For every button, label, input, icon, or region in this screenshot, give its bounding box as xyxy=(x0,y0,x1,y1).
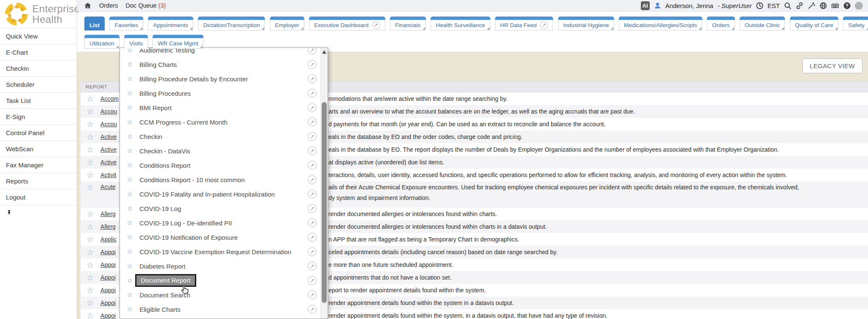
dropdown-item[interactable]: ☆ COVID-19 Fatality and In-patient Hospi… xyxy=(120,187,328,201)
report-link[interactable]: Active xyxy=(100,133,117,140)
dropdown-item[interactable]: ☆ COVID-19 Notification of Exposure ↗ xyxy=(120,230,328,244)
open-in-new-icon[interactable]: ↗ xyxy=(308,219,317,227)
report-link[interactable]: Accom xyxy=(100,95,119,102)
tab-medications-allergies-scripts[interactable]: Medications/Allergies/Scripts xyxy=(619,20,702,31)
dropdown-item[interactable]: ☆ Diabetes Report ↗ xyxy=(120,259,328,273)
favorite-star-icon[interactable]: ☆ xyxy=(86,171,94,179)
favorite-star-icon[interactable]: ☆ xyxy=(86,146,94,154)
favorite-star-icon[interactable]: ☆ xyxy=(86,158,94,166)
favorite-star-icon[interactable]: ☆ xyxy=(127,104,134,111)
favorite-star-icon[interactable]: ☆ xyxy=(127,205,134,212)
report-link[interactable]: Appoi xyxy=(100,249,116,255)
tab-list[interactable]: List xyxy=(84,20,105,31)
tab-safety[interactable]: Safety xyxy=(843,20,868,31)
open-in-new-icon[interactable]: ↗ xyxy=(308,89,317,98)
sidebar-item-fax-manager[interactable]: Fax Manager xyxy=(0,157,77,173)
open-in-new-icon[interactable]: ↗ xyxy=(308,262,317,271)
sidebar-item-reports[interactable]: Reports xyxy=(0,173,77,189)
tab-financials[interactable]: Financials xyxy=(390,20,426,31)
ai-badge[interactable]: AI xyxy=(641,1,650,10)
favorite-star-icon[interactable]: ☆ xyxy=(127,119,134,125)
favorite-star-icon[interactable]: ☆ xyxy=(86,133,94,141)
dropdown-item[interactable]: ☆ Audiometric Testing ↗ xyxy=(120,47,328,57)
sidebar-item-webscan[interactable]: WebScan xyxy=(0,141,77,157)
tab-hr-data-feed[interactable]: HR Data Feed↗ xyxy=(495,20,553,31)
report-link[interactable]: Allerg xyxy=(100,223,116,230)
sidebar-item-scheduler[interactable]: Scheduler xyxy=(0,76,77,92)
sidebar-item-checkin[interactable]: Checkin xyxy=(0,60,77,76)
favorite-star-icon[interactable]: ☆ xyxy=(86,286,94,294)
favorite-star-icon[interactable]: ☆ xyxy=(86,248,94,256)
dropdown-item[interactable]: ☆ CCM Progress - Current Month ↗ xyxy=(120,115,328,129)
open-in-new-icon[interactable]: ↗ xyxy=(308,291,317,300)
open-in-new-icon[interactable]: ↗ xyxy=(308,132,317,141)
report-link[interactable]: Applic xyxy=(100,236,117,243)
dropdown-item[interactable]: ☆ Document Search ↗ xyxy=(120,288,328,302)
report-link[interactable]: Appoi xyxy=(100,261,116,268)
favorite-star-icon[interactable]: ☆ xyxy=(86,274,94,282)
link-icon[interactable] xyxy=(796,2,804,10)
favorite-star-icon[interactable]: ☆ xyxy=(86,223,94,231)
favorite-star-icon[interactable]: ☆ xyxy=(86,108,94,116)
report-link[interactable]: Active xyxy=(100,146,117,153)
highlighted-item-label[interactable]: Document Report xyxy=(135,274,196,287)
dropdown-item[interactable]: ☆ Eligible Charts ↗ xyxy=(120,302,328,316)
report-link[interactable]: Accou xyxy=(100,108,117,115)
tab-quality-of-care[interactable]: Quality of Care xyxy=(790,20,838,31)
tab-industrial-hygiene[interactable]: Industrial Hygiene xyxy=(558,20,614,31)
report-link[interactable]: Allerg xyxy=(100,211,116,217)
favorite-star-icon[interactable]: ☆ xyxy=(86,312,94,319)
sidebar-item-logout[interactable]: Logout xyxy=(0,189,77,205)
magic-wand-icon[interactable] xyxy=(807,2,815,10)
open-in-new-icon[interactable]: ↗ xyxy=(308,75,317,83)
dropdown-item[interactable]: ☆ Conditions Report ↗ xyxy=(120,158,328,172)
favorite-star-icon[interactable]: ☆ xyxy=(86,95,94,103)
open-in-new-icon[interactable]: ↗ xyxy=(308,147,317,155)
sidebar-item-task-list[interactable]: Task List xyxy=(0,92,77,108)
favorite-star-icon[interactable]: ☆ xyxy=(86,120,94,128)
search-icon[interactable] xyxy=(784,2,792,10)
tab-orders[interactable]: Orders xyxy=(707,20,734,31)
open-in-new-icon[interactable]: ↗ xyxy=(308,247,317,256)
favorite-star-icon[interactable]: ☆ xyxy=(127,263,134,269)
favorite-star-icon[interactable]: ☆ xyxy=(86,299,94,307)
dropdown-item[interactable]: ☆ COVID-19 Log ↗ xyxy=(120,201,328,216)
dropdown-item[interactable]: ☆ Checkin - DataVis ↗ xyxy=(120,144,328,158)
open-in-new-icon[interactable]: ↗ xyxy=(308,190,317,199)
open-in-new-icon[interactable]: ↗ xyxy=(308,60,317,69)
tab-wr-case-mgmt[interactable]: WR Case Mgmt xyxy=(153,38,203,49)
presence-dot-icon[interactable] xyxy=(855,2,863,10)
report-link[interactable]: Acute xyxy=(100,183,116,190)
dropdown-item[interactable]: ☆ Checkin ↗ xyxy=(120,129,328,144)
report-link[interactable]: Active xyxy=(100,159,117,166)
report-link[interactable]: Activit xyxy=(100,172,116,178)
help-icon[interactable]: ? xyxy=(843,2,851,10)
sidebar-item-quick-view[interactable]: Quick View xyxy=(0,28,77,44)
favorite-star-icon[interactable]: ☆ xyxy=(127,75,134,82)
sidebar-item-e-sign[interactable]: E-Sign xyxy=(0,108,77,125)
open-in-new-icon[interactable]: ↗ xyxy=(308,233,317,242)
open-in-new-icon[interactable]: ↗ xyxy=(308,118,317,127)
report-link[interactable]: Appoi xyxy=(100,274,116,281)
tab-favorites[interactable]: Favorites xyxy=(109,20,143,31)
favorite-star-icon[interactable]: ☆ xyxy=(127,133,134,140)
favorite-star-icon[interactable]: ☆ xyxy=(86,183,94,191)
dropdown-item[interactable]: ☆ Billing Charts ↗ xyxy=(120,57,328,72)
tab-outside-clinic[interactable]: Outside Clinic xyxy=(740,20,785,31)
favorite-star-icon[interactable]: ☆ xyxy=(127,191,134,197)
favorite-star-icon[interactable]: ☆ xyxy=(127,162,134,169)
clock-icon[interactable] xyxy=(756,2,764,10)
tab-dictation-transcription[interactable]: Dictation/Transcription xyxy=(198,20,265,31)
popout-icon[interactable]: ↗ xyxy=(372,21,380,29)
pushpin-icon[interactable] xyxy=(6,209,12,217)
favorite-star-icon[interactable]: ☆ xyxy=(127,147,134,154)
scrollbar-thumb[interactable] xyxy=(322,102,327,303)
favorite-star-icon[interactable]: ☆ xyxy=(86,236,94,244)
open-in-new-icon[interactable]: ↗ xyxy=(308,204,317,213)
tab-appointments[interactable]: Appointments xyxy=(148,20,193,31)
dropdown-item[interactable]: ☆ Billing Procedures ↗ xyxy=(120,86,328,100)
orders-link[interactable]: Orders xyxy=(99,2,118,9)
globe-icon[interactable] xyxy=(819,2,827,10)
sidebar-item-e-chart[interactable]: E-Chart xyxy=(0,44,77,60)
tab-utilization[interactable]: Utilization xyxy=(84,38,120,49)
